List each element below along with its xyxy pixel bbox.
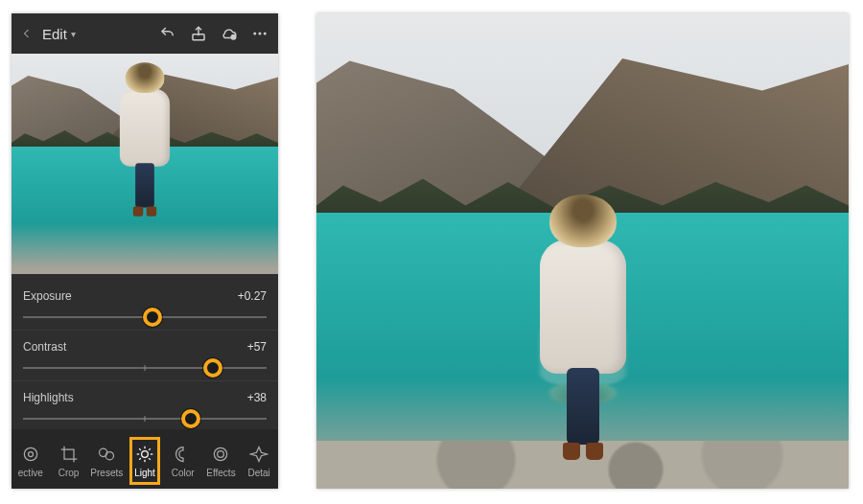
svg-point-4 (264, 33, 267, 35)
slider-value: +57 (247, 340, 267, 354)
slider-label: Contrast (23, 340, 66, 354)
svg-point-6 (28, 451, 33, 456)
svg-point-8 (105, 451, 113, 459)
slider-thumb[interactable] (181, 409, 200, 428)
undo-icon[interactable] (159, 25, 176, 42)
svg-point-2 (253, 33, 256, 35)
svg-point-18 (215, 447, 227, 460)
title-dropdown-icon[interactable]: ▾ (71, 29, 76, 39)
slider-label: Exposure (23, 289, 72, 303)
tab-light[interactable]: Light (126, 433, 164, 489)
tab-effects[interactable]: Effects (202, 433, 241, 489)
tab-detail[interactable]: Detai (240, 433, 278, 489)
svg-point-5 (24, 447, 36, 460)
tab-color[interactable]: Color (164, 433, 202, 489)
slider-thumb[interactable] (143, 308, 162, 327)
svg-point-1 (231, 35, 236, 40)
tab-label: Presets (90, 468, 123, 478)
share-icon[interactable] (190, 25, 207, 42)
svg-line-14 (139, 448, 141, 450)
photo-preview[interactable] (12, 54, 278, 274)
svg-marker-20 (251, 447, 268, 461)
tab-label: Color (172, 468, 195, 478)
bottom-tabs: ective Crop Presets Light Color Effects … (12, 429, 278, 489)
svg-point-9 (142, 450, 149, 457)
slider-value: +0.27 (238, 289, 267, 303)
svg-point-3 (259, 33, 262, 35)
tab-presets[interactable]: Presets (87, 433, 126, 489)
tab-selective[interactable]: ective (12, 433, 50, 489)
more-icon[interactable] (251, 25, 268, 42)
back-button[interactable] (21, 28, 33, 39)
cloud-icon[interactable] (221, 25, 238, 42)
tab-crop[interactable]: Crop (50, 433, 88, 489)
slider-contrast[interactable]: Contrast +57 (12, 331, 278, 381)
svg-line-16 (139, 458, 141, 460)
tab-label: Effects (206, 468, 235, 478)
slider-exposure[interactable]: Exposure +0.27 (12, 280, 278, 331)
tab-label: Detai (247, 468, 269, 478)
slider-thumb[interactable] (203, 358, 222, 378)
svg-line-15 (149, 458, 151, 460)
tab-label: ective (18, 468, 43, 478)
svg-line-17 (149, 448, 151, 450)
tab-label: Crop (58, 468, 80, 478)
slider-value: +38 (247, 391, 267, 404)
top-bar: Edit ▾ (12, 13, 278, 54)
full-preview-image (316, 13, 849, 489)
slider-label: Highlights (23, 391, 74, 404)
tab-label: Light (134, 468, 155, 478)
svg-point-19 (218, 450, 224, 457)
page-title[interactable]: Edit (42, 26, 67, 42)
slider-highlights[interactable]: Highlights +38 (12, 381, 278, 432)
phone-editor: Edit ▾ (12, 13, 278, 489)
